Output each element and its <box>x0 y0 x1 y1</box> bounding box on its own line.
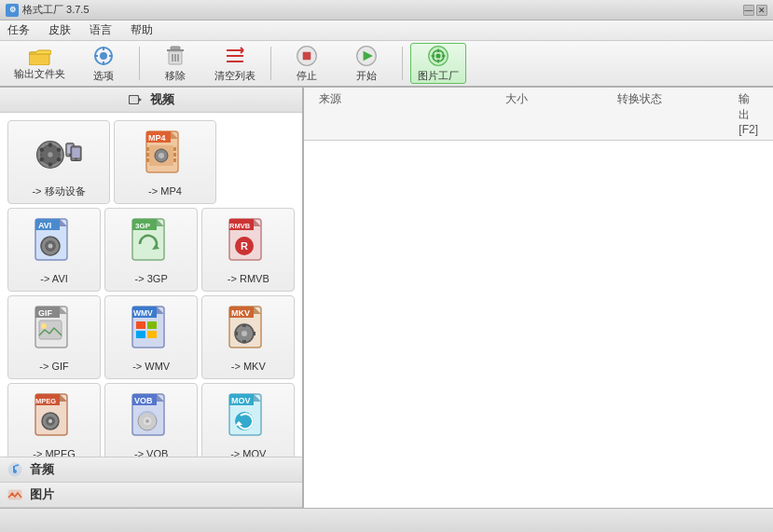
svg-rect-86 <box>147 331 157 338</box>
svg-point-24 <box>435 53 440 58</box>
app-icon: ⚙ <box>6 4 19 17</box>
mp4-icon: MP4 <box>141 128 189 184</box>
audio-section-header[interactable]: 音频 <box>0 457 302 483</box>
svg-rect-85 <box>136 331 145 338</box>
format-item-mobile[interactable]: -> 移动设备 <box>7 120 110 204</box>
svg-rect-78 <box>39 321 62 339</box>
right-content-area <box>304 141 773 508</box>
clear-list-button[interactable]: 清空列表 <box>207 43 263 84</box>
format-item-wmv[interactable]: WMV -> WMV <box>104 295 198 379</box>
mobile-device-icon <box>35 127 83 183</box>
remove-icon <box>164 45 186 67</box>
format-row-2: GIF -> GIF <box>7 295 295 379</box>
format-label-rmvb: -> RMVB <box>228 273 269 284</box>
separator-2 <box>270 47 271 80</box>
format-label-mp4: -> MP4 <box>148 185 182 197</box>
format-label-mkv: -> MKV <box>231 361 266 372</box>
svg-text:3GP: 3GP <box>135 222 151 230</box>
toolbar: 输出文件夹 选项 移除 <box>0 41 773 88</box>
stop-button[interactable]: 停止 <box>279 43 335 84</box>
svg-point-34 <box>48 151 54 157</box>
svg-point-91 <box>242 331 247 336</box>
svg-rect-57 <box>173 147 176 151</box>
close-button[interactable]: ✕ <box>756 5 767 16</box>
svg-point-79 <box>41 323 47 329</box>
svg-text:WMV: WMV <box>133 308 153 318</box>
start-label: 开始 <box>356 69 377 83</box>
start-button[interactable]: 开始 <box>338 43 394 84</box>
options-button[interactable]: 选项 <box>76 43 131 84</box>
svg-rect-93 <box>242 340 246 343</box>
minimize-button[interactable]: — <box>743 5 754 16</box>
menu-item-help[interactable]: 帮助 <box>129 22 155 38</box>
svg-rect-8 <box>171 47 180 49</box>
svg-text:MKV: MKV <box>231 308 250 318</box>
format-item-avi[interactable]: AVI -> AVI <box>7 208 101 292</box>
svg-rect-54 <box>146 147 149 151</box>
format-item-3gp[interactable]: 3GP -> 3GP <box>104 208 198 292</box>
left-panel: 视频 <box>0 88 304 508</box>
svg-point-40 <box>57 157 62 161</box>
format-label-wmv: -> WMV <box>132 361 170 372</box>
format-label-vob: -> VOB <box>134 448 168 457</box>
col-output: 输出 [F2] <box>731 91 766 136</box>
format-item-rmvb[interactable]: RMVB R -> RMVB <box>201 208 295 292</box>
format-item-gif[interactable]: GIF -> GIF <box>7 295 101 379</box>
svg-point-37 <box>40 147 45 152</box>
folder-icon <box>29 46 51 65</box>
col-size: 大小 <box>498 91 610 136</box>
svg-point-2 <box>100 52 107 60</box>
clear-list-icon <box>224 45 246 67</box>
left-panel-title: 视频 <box>150 91 174 108</box>
svg-point-39 <box>40 157 45 161</box>
separator-1 <box>139 47 140 80</box>
stop-label: 停止 <box>297 69 317 83</box>
format-label-3gp: -> 3GP <box>135 273 168 284</box>
menu-item-language[interactable]: 语言 <box>88 22 114 38</box>
right-panel-header: 来源 大小 转换状态 输出 [F2] <box>304 88 773 141</box>
svg-rect-55 <box>146 153 149 157</box>
svg-marker-30 <box>139 98 142 102</box>
format-label-mov: -> MOV <box>230 448 266 457</box>
output-folder-button[interactable]: 输出文件夹 <box>7 43 72 84</box>
image-factory-icon <box>427 45 449 67</box>
wmv-icon: WMV <box>127 303 175 359</box>
image-section-header[interactable]: 图片 <box>0 483 302 508</box>
clear-list-label: 清空列表 <box>214 69 255 83</box>
format-item-mkv[interactable]: MKV -> MKV <box>201 295 295 379</box>
svg-rect-84 <box>147 321 157 329</box>
video-icon <box>128 92 143 107</box>
format-label-avi: -> AVI <box>40 273 67 284</box>
title-text: 格式工厂 3.7.5 <box>22 3 743 17</box>
svg-rect-59 <box>173 158 176 162</box>
format-row-0: -> 移动设备 MP4 <box>7 120 295 204</box>
svg-point-46 <box>76 157 77 159</box>
avi-icon: AVI <box>30 215 78 271</box>
menu-bar: 任务 皮肤 语言 帮助 <box>0 20 773 41</box>
svg-rect-58 <box>173 153 176 157</box>
remove-button[interactable]: 移除 <box>147 43 203 84</box>
bottom-sections: 音频 图片 <box>0 457 302 508</box>
svg-point-36 <box>48 162 53 167</box>
format-item-mov[interactable]: MOV -> MOV <box>201 383 295 457</box>
left-panel-header: 视频 <box>0 88 302 113</box>
col-status: 转换状态 <box>610 91 731 136</box>
menu-item-task[interactable]: 任务 <box>6 22 32 38</box>
mov-icon: MOV <box>224 390 272 446</box>
svg-text:VOB: VOB <box>134 396 153 405</box>
format-label-gif: -> GIF <box>39 361 68 372</box>
3gp-icon: 3GP <box>127 215 175 271</box>
svg-point-101 <box>48 419 52 423</box>
format-item-mpeg[interactable]: MPEG -> MPEG <box>7 383 101 457</box>
format-item-mp4[interactable]: MP4 -> MP4 <box>114 120 216 204</box>
image-factory-button[interactable]: 图片工厂 <box>410 43 466 84</box>
format-item-vob[interactable]: VOB -> VOB <box>104 383 198 457</box>
svg-text:AVI: AVI <box>38 221 51 230</box>
svg-rect-95 <box>253 332 255 335</box>
svg-text:MPEG: MPEG <box>35 397 56 405</box>
svg-rect-83 <box>136 321 145 329</box>
title-bar: ⚙ 格式工厂 3.7.5 — ✕ <box>0 0 773 20</box>
svg-text:GIF: GIF <box>38 308 53 318</box>
image-icon <box>7 487 22 502</box>
menu-item-skin[interactable]: 皮肤 <box>47 22 73 38</box>
